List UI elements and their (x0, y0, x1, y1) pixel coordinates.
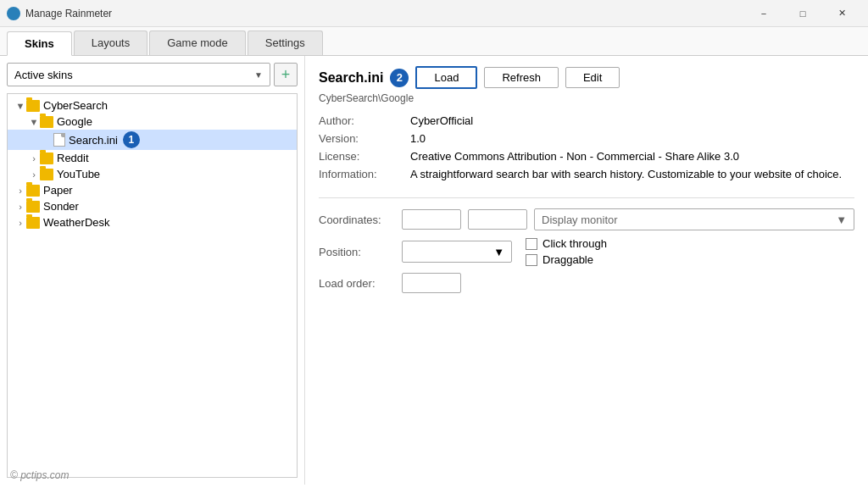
main-content: Active skins ▼ + ▼ CyberSearch ▼ Google (0, 56, 868, 485)
tree-item-google[interactable]: ▼ Google (8, 114, 297, 130)
folder-icon-paper (26, 185, 40, 197)
position-dropdown[interactable]: ▼ (402, 241, 512, 263)
tree-item-youtube[interactable]: › YouTube (8, 166, 297, 182)
left-panel: Active skins ▼ + ▼ CyberSearch ▼ Google (0, 56, 305, 485)
click-through-label: Click through (542, 237, 607, 250)
click-through-row: Click through (526, 237, 607, 250)
badge-2: 2 (390, 69, 409, 87)
information-value: A straightforward search bar with search… (410, 168, 854, 180)
watermark: © pctips.com (10, 469, 70, 481)
tree-item-sonder[interactable]: › Sonder (8, 198, 297, 214)
draggable-checkbox[interactable] (526, 254, 537, 266)
license-label: License: (319, 150, 403, 163)
add-icon: + (281, 67, 291, 82)
load-order-input[interactable] (402, 273, 461, 293)
tab-settings[interactable]: Settings (248, 30, 323, 55)
draggable-label: Draggable (542, 253, 593, 266)
window-title: Manage Rainmeter (25, 8, 744, 19)
close-button[interactable]: ✕ (822, 0, 861, 27)
tree-label-youtube: YouTube (57, 168, 100, 180)
skin-info-grid: Author: CyberOfficial Version: 1.0 Licen… (319, 114, 854, 180)
tree-label-searchini: Search.ini (69, 134, 118, 147)
right-panel: Search.ini 2 Load Refresh Edit CyberSear… (305, 56, 868, 485)
tree-label-weatherdesk: WeatherDesk (43, 216, 110, 229)
tree-item-cybersearch[interactable]: ▼ CyberSearch (8, 97, 297, 114)
folder-icon-weatherdesk (26, 217, 40, 229)
draggable-row: Draggable (526, 253, 607, 266)
display-monitor-label: Display monitor (542, 214, 618, 226)
tree-toggle-reddit[interactable]: › (28, 153, 40, 164)
add-skin-button[interactable]: + (274, 63, 298, 86)
tree-toggle-youtube[interactable]: › (28, 169, 40, 180)
dropdown-arrow-icon: ▼ (254, 70, 263, 80)
skin-path: CyberSearch\Google (319, 92, 854, 104)
minimize-button[interactable]: − (744, 0, 783, 27)
tab-gamemode[interactable]: Game mode (149, 30, 246, 55)
tree-item-paper[interactable]: › Paper (8, 182, 297, 198)
tree-toggle-google[interactable]: ▼ (28, 117, 40, 127)
display-monitor-arrow-icon: ▼ (836, 214, 847, 226)
tab-bar: Skins Layouts Game mode Settings (0, 27, 868, 56)
tree-label-paper: Paper (43, 184, 73, 197)
active-skins-dropdown[interactable]: Active skins ▼ (7, 63, 270, 86)
tree-label-reddit: Reddit (57, 152, 89, 164)
tree-toggle-sonder[interactable]: › (14, 202, 26, 212)
divider (319, 197, 854, 198)
active-skins-bar: Active skins ▼ + (7, 63, 298, 86)
tree-label-cybersearch: CyberSearch (43, 99, 108, 112)
version-label: Version: (319, 132, 403, 145)
title-bar: Manage Rainmeter − □ ✕ (0, 0, 868, 27)
tree-toggle-paper[interactable]: › (14, 186, 26, 196)
click-through-checkbox[interactable] (526, 238, 537, 250)
version-value: 1.0 (410, 132, 854, 145)
tab-skins[interactable]: Skins (7, 31, 72, 56)
tree-item-searchini[interactable]: Search.ini 1 (8, 130, 297, 150)
checkbox-group: Click through Draggable (526, 237, 607, 266)
information-label: Information: (319, 168, 403, 180)
position-label: Position: (319, 246, 395, 258)
window-controls: − □ ✕ (744, 0, 861, 27)
tree-item-weatherdesk[interactable]: › WeatherDesk (8, 214, 297, 230)
folder-icon-cybersearch (26, 100, 40, 112)
position-row: Position: ▼ Click through Draggable (319, 237, 854, 266)
badge-1: 1 (123, 131, 140, 148)
skin-tree: ▼ CyberSearch ▼ Google Search.ini 1 (7, 93, 298, 478)
folder-icon-youtube (40, 169, 53, 180)
coordinates-y-input[interactable] (468, 209, 527, 230)
maximize-button[interactable]: □ (783, 0, 822, 27)
folder-icon-sonder (26, 201, 40, 213)
license-value: Creative Commons Attribution - Non - Com… (410, 150, 854, 163)
tree-toggle-cybersearch[interactable]: ▼ (14, 101, 26, 111)
position-arrow-icon: ▼ (493, 246, 504, 258)
skin-name-title: Search.ini (319, 70, 383, 86)
folder-icon-reddit (40, 152, 53, 164)
refresh-button[interactable]: Refresh (484, 67, 559, 88)
folder-icon-google (40, 116, 53, 128)
author-label: Author: (319, 114, 403, 127)
tree-item-reddit[interactable]: › Reddit (8, 150, 297, 166)
edit-button[interactable]: Edit (565, 67, 620, 88)
load-order-label: Load order: (319, 277, 395, 290)
coordinates-label: Coordinates: (319, 214, 395, 226)
load-button[interactable]: Load (415, 66, 477, 89)
skin-header: Search.ini 2 Load Refresh Edit (319, 66, 854, 89)
coordinates-x-input[interactable] (402, 209, 461, 230)
display-monitor-dropdown[interactable]: Display monitor ▼ (534, 208, 854, 230)
coordinates-row: Coordinates: Display monitor ▼ (319, 208, 854, 230)
tree-label-sonder: Sonder (43, 200, 79, 213)
tree-label-google: Google (57, 115, 92, 128)
load-order-row: Load order: (319, 273, 854, 293)
bottom-controls: Coordinates: Display monitor ▼ Position:… (319, 208, 854, 293)
tree-toggle-weatherdesk[interactable]: › (14, 218, 26, 228)
app-icon (7, 7, 20, 20)
active-skins-label: Active skins (14, 69, 73, 81)
tab-layouts[interactable]: Layouts (74, 30, 148, 55)
author-value: CyberOfficial (410, 114, 854, 127)
file-icon-searchini (53, 133, 65, 147)
